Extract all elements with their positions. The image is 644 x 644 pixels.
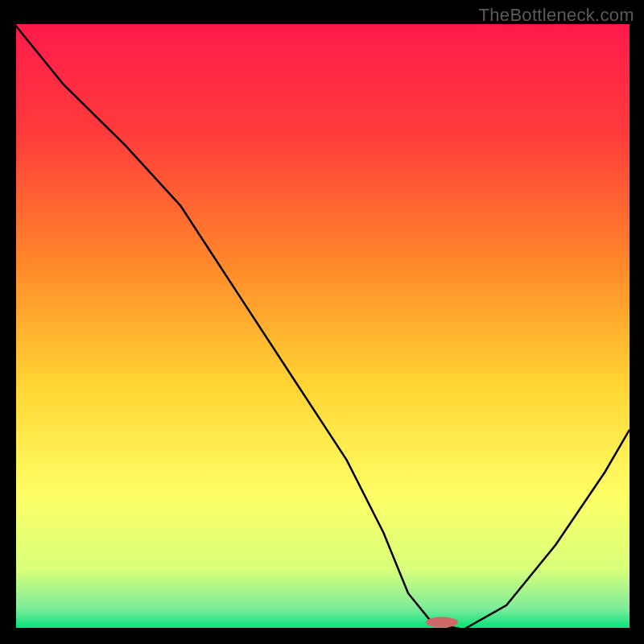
plot-area — [14, 24, 630, 630]
chart-frame: TheBottleneck.com — [0, 0, 644, 644]
gradient-background — [14, 24, 630, 630]
optimum-marker — [426, 617, 458, 628]
watermark-text: TheBottleneck.com — [479, 5, 634, 26]
chart-svg — [14, 24, 630, 630]
